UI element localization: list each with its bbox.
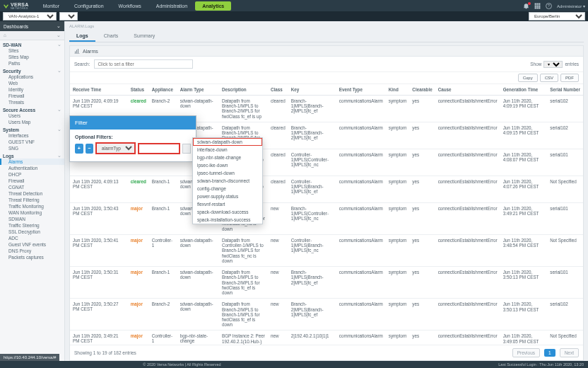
col-cause[interactable]: Cause [435,84,500,96]
filter-apply-button[interactable] [182,144,191,154]
table-row[interactable]: Jun 11th 2020, 3:50:27 PM CESTmajorBranc… [70,299,583,330]
dropdown-option[interactable]: spack-download-success [193,208,262,216]
tabs: LogsChartsSummary [69,31,584,42]
sidebar-item-users[interactable]: Users [0,113,64,119]
tenant-select[interactable]: VAN-Analytics-1 [3,12,57,21]
sidebar-item-wan-monitoring[interactable]: WAN Monitoring [0,209,64,216]
sidebar-item-firewall[interactable]: Firewall [0,93,64,99]
menu-administration[interactable]: Administration [149,1,194,11]
dropdown-option[interactable]: spack-installation-success [193,216,262,224]
tenant-sub-select[interactable]: ▾ [59,12,78,21]
table-row[interactable]: Jun 11th 2020, 3:50:41 PM CESTmajorContr… [70,234,583,266]
sidebar-group-security[interactable]: Security⌄ [0,67,64,74]
sidebar-item-adc[interactable]: ADC [0,235,64,241]
sidebar-item-guest-vnf[interactable]: GUEST VNF [0,139,64,145]
pager-next[interactable]: Next [560,348,579,357]
dropdown-option[interactable]: bgp-nbr-state-change [193,154,262,161]
sidebar-item-interfaces[interactable]: Interfaces [0,132,64,139]
help-icon[interactable]: ? [546,3,552,9]
pager-current[interactable]: 1 [544,349,555,357]
user-menu[interactable]: Administrator ▾ [557,4,585,8]
menu-analytics[interactable]: Analytics [195,1,231,11]
filter-add-button[interactable]: + [75,144,83,154]
export-csv-button[interactable]: CSV [540,74,558,82]
sidebar-item-threat-detection[interactable]: Threat Detection [0,190,64,197]
sidebar-heading-label: Dashboards [4,24,28,29]
sidebar-item-applications[interactable]: Applications [0,74,64,80]
sidebar-group-logs[interactable]: Logs⌄ [0,151,64,159]
sidebar-item-cgnat[interactable]: CGNAT [0,184,64,190]
col-receive-time[interactable]: Receive Time [70,84,128,96]
dropdown-option[interactable]: config-change [193,185,262,192]
show-entries-prefix: Show [530,62,541,67]
tab-logs[interactable]: Logs [69,31,95,42]
col-alarm-type[interactable]: Alarm Type [177,84,219,96]
entries-select[interactable]: ▾ [543,61,563,68]
table-row[interactable]: Jun 11th 2020, 4:09:13 PM CESTclearedBra… [70,176,583,202]
dropdown-option[interactable]: ipsec-tunnel-down [193,169,262,177]
home-icon[interactable]: ⌂ [4,33,6,38]
col-clearable[interactable]: Clearable [409,84,435,96]
sidebar-group-secure-access[interactable]: Secure Access⌄ [0,105,64,113]
sidebar-item-web[interactable]: Web [0,80,64,86]
sidebar-group-sd-wan[interactable]: SD-WAN⌄ [0,40,64,47]
sidebar-heading[interactable]: Dashboards⌄ [0,21,64,31]
svg-text:?: ? [548,4,550,8]
sidebar-item-sites-map[interactable]: Sites Map [0,54,64,60]
col-appliance[interactable]: Appliance [149,84,177,96]
col-generation-time[interactable]: Generation Time [500,84,548,96]
sidebar-item-firewall[interactable]: Firewall [0,178,64,184]
sidebar-item-dns-proxy[interactable]: DNS Proxy [0,248,64,254]
dropdown-option[interactable]: interface-down [193,146,262,154]
col-key[interactable]: Key [288,84,336,96]
sidebar-item-alarms[interactable]: Alarms [0,159,64,165]
sidebar-item-threat-filtering[interactable]: Threat Filtering [0,197,64,203]
sidebar-item-traffic-steering[interactable]: Traffic Steering [0,222,64,229]
filter-remove-button[interactable]: − [86,144,94,154]
menu-workflows[interactable]: Workflows [112,1,148,11]
filter-field-select[interactable]: alarmType [96,143,135,154]
table-row[interactable]: Jun 11th 2020, 3:50:31 PM CESTmajorBranc… [70,267,583,299]
bell-icon[interactable] [523,3,529,9]
sidebar-item-authentication[interactable]: Authentication [0,165,64,171]
tab-summary[interactable]: Summary [127,31,162,42]
table-row[interactable]: Jun 11th 2020, 3:49:21 PM CESTmajorContr… [70,330,583,345]
sidebar-item-users-map[interactable]: Users Map [0,119,64,125]
export-copy-button[interactable]: Copy [518,74,538,82]
tab-charts[interactable]: Charts [97,31,126,42]
sidebar-item-identity[interactable]: Identity [0,86,64,93]
sidebar-item-guest-vnf-events[interactable]: Guest VNF events [0,241,64,248]
sidebar-item-threats[interactable]: Threats [0,99,64,105]
sidebar-item-traffic-monitoring[interactable]: Traffic Monitoring [0,203,64,209]
export-pdf-button[interactable]: PDF [560,74,579,82]
sidebar-item-sdwan[interactable]: SDWAN [0,216,64,222]
col-description[interactable]: Description [219,84,268,96]
sidebar-item-dhcp[interactable]: DHCP [0,171,64,178]
filter-popover: Filter Optional Filters: + − alarmType [69,115,196,162]
table-row[interactable]: Jun 11th 2020, 3:50:43 PM CESTmajorBranc… [70,202,583,234]
dropdown-option[interactable]: flexvnf-restart [193,200,262,208]
col-event-type[interactable]: Event Type [336,84,386,96]
dropdown-option[interactable]: ipsec-ike-down [193,161,262,169]
col-serial-number[interactable]: Serial Number [547,84,583,96]
pager-prev[interactable]: Previous [512,348,540,357]
col-kind[interactable]: Kind [386,84,410,96]
dropdown-option[interactable]: power-supply-status [193,192,262,200]
sidebar-group-system[interactable]: System⌄ [0,125,64,132]
timezone-select[interactable]: Europe/Berlin [529,12,585,21]
dropdown-option[interactable]: sdwan-datapath-down [193,138,262,146]
chevron-down-icon[interactable]: ⌄ [57,33,61,38]
menu-configuration[interactable]: Configuration [67,1,111,11]
apps-grid-icon[interactable] [534,3,541,9]
sidebar-item-sng[interactable]: SNG [0,145,64,151]
sidebar-item-packets-captures[interactable]: Packets captures [0,254,64,260]
dropdown-option[interactable]: sdwan-branch-disconnect [193,177,262,185]
sidebar-item-sites[interactable]: Sites [0,47,64,54]
col-status[interactable]: Status [128,84,149,96]
col-class[interactable]: Class [268,84,288,96]
search-input[interactable] [94,59,193,69]
sidebar-item-ssl-decryption[interactable]: SSL Decryption [0,229,64,235]
menu-monitor[interactable]: Monitor [36,1,66,11]
filter-value-input[interactable] [139,144,180,154]
sidebar-item-paths[interactable]: Paths [0,60,64,67]
